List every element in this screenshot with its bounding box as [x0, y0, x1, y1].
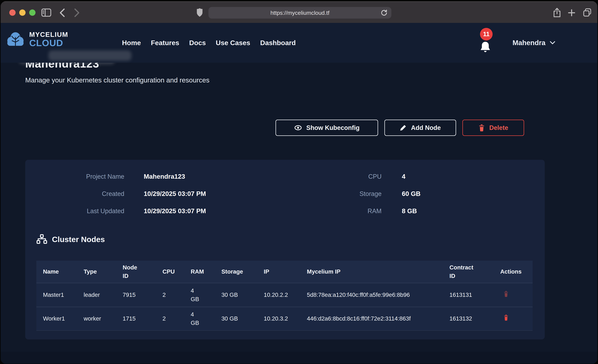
user-menu[interactable]: Mahendra: [513, 23, 555, 63]
info-row: CPU 4: [25, 173, 545, 180]
new-tab-icon[interactable]: [568, 9, 576, 17]
cell-type: worker: [77, 312, 116, 325]
cell-cpu: 2: [156, 312, 184, 325]
cell-storage: 30 GB: [215, 288, 257, 302]
col-header-name: Name: [36, 265, 77, 279]
cell-node-id: 1715: [116, 312, 156, 325]
cell-actions: [494, 288, 533, 302]
cell-actions: [494, 312, 533, 326]
table-header-row: Name Type Node ID CPU RAM Storage IP Myc…: [36, 261, 533, 283]
cell-name: Worker1: [36, 312, 77, 325]
sidebar-toggle-icon[interactable]: [41, 8, 51, 17]
col-header-type: Type: [77, 265, 116, 279]
cluster-details-card: Project Name Mahendra123 Created 10/29/2…: [25, 160, 545, 339]
shield-icon: [196, 8, 203, 17]
cell-cpu: 2: [156, 288, 184, 302]
tab-overview-icon[interactable]: [582, 8, 592, 17]
cell-ram: 4 GB: [184, 308, 215, 330]
info-value: 8 GB: [402, 207, 417, 215]
browser-window: https://myceliumcloud.tf Mahendra123 Man…: [1, 1, 597, 364]
info-row: RAM 8 GB: [25, 207, 545, 215]
url-text: https://myceliumcloud.tf: [270, 10, 329, 16]
cell-contract-id: 1613132: [443, 312, 494, 325]
brand-logo-text: MYCELIUM CLOUD: [29, 31, 68, 48]
page-footer-band: [1, 352, 597, 364]
pencil-icon: [400, 124, 407, 131]
col-header-actions: Actions: [494, 265, 533, 279]
cell-mycelium-ip: 5d8:78ea:a120:f40c:ff0f:a5fe:99e6:8b96: [300, 288, 443, 302]
col-header-mycelium-ip: Mycelium IP: [300, 265, 443, 279]
network-icon: [36, 234, 47, 245]
screenshot-stage: https://myceliumcloud.tf Mahendra123 Man…: [0, 0, 598, 364]
zoom-window-button[interactable]: [29, 9, 35, 16]
table-row: Worker1 worker 1715 2 4 GB 30 GB 10.20.3…: [36, 307, 533, 331]
refresh-icon[interactable]: [380, 9, 388, 17]
trash-icon: [503, 314, 509, 321]
cell-contract-id: 1613131: [443, 288, 494, 302]
brand-name-bottom: CLOUD: [29, 38, 68, 48]
cluster-actions-toolbar: Show Kubeconfig Add Node Delete: [275, 120, 524, 136]
cell-ram: 4 GB: [184, 284, 215, 306]
cell-ip: 10.20.2.2: [257, 288, 300, 302]
cell-ip: 10.20.3.2: [257, 312, 300, 325]
cell-type: leader: [77, 288, 116, 302]
traffic-lights: [9, 9, 35, 16]
col-header-ip: IP: [257, 265, 300, 279]
cloud-logo-icon: [5, 31, 25, 48]
info-value: 60 GB: [402, 190, 421, 198]
delete-label: Delete: [489, 124, 508, 131]
cell-storage: 30 GB: [215, 312, 257, 325]
info-label: Storage: [25, 190, 382, 198]
bell-icon: [479, 41, 491, 54]
info-label: RAM: [25, 207, 382, 215]
cell-name: Master1: [36, 288, 77, 302]
main-nav: Home Features Docs Use Cases Dashboard: [122, 23, 296, 63]
minimize-window-button[interactable]: [19, 9, 25, 16]
col-header-ram: RAM: [184, 265, 215, 279]
address-bar[interactable]: https://myceliumcloud.tf: [208, 7, 391, 19]
info-row: Storage 60 GB: [25, 190, 545, 198]
notification-count-badge: 11: [480, 28, 493, 41]
close-window-button[interactable]: [9, 9, 16, 16]
brand-logo[interactable]: MYCELIUM CLOUD: [5, 31, 68, 48]
table-row: Master1 leader 7915 2 4 GB 30 GB 10.20.2…: [36, 283, 533, 307]
chevron-down-icon: [550, 41, 555, 45]
col-header-node-id: Node ID: [116, 261, 156, 283]
info-label: CPU: [25, 173, 382, 180]
brand-name-top: MYCELIUM: [29, 31, 68, 38]
nav-item-features[interactable]: Features: [151, 39, 179, 47]
col-header-contract-id: Contract ID: [443, 261, 494, 283]
add-node-label: Add Node: [411, 124, 441, 131]
browser-toolbar: https://myceliumcloud.tf: [1, 1, 597, 23]
delete-cluster-button[interactable]: Delete: [462, 120, 524, 136]
info-value: 4: [402, 173, 406, 180]
delete-node-button[interactable]: [503, 290, 509, 297]
delete-node-button[interactable]: [503, 314, 509, 321]
col-header-storage: Storage: [215, 265, 257, 279]
nav-item-dashboard[interactable]: Dashboard: [260, 39, 296, 47]
cluster-nodes-title: Cluster Nodes: [52, 235, 105, 244]
user-name: Mahendra: [513, 39, 545, 47]
trash-icon: [478, 124, 485, 131]
cluster-nodes-table: Name Type Node ID CPU RAM Storage IP Myc…: [36, 261, 533, 331]
show-kubeconfig-button[interactable]: Show Kubeconfig: [275, 120, 378, 136]
nav-item-docs[interactable]: Docs: [189, 39, 206, 47]
add-node-button[interactable]: Add Node: [384, 120, 456, 136]
col-header-cpu: CPU: [156, 265, 184, 279]
blur-smudge: [49, 50, 132, 61]
forward-icon[interactable]: [74, 8, 80, 17]
back-icon[interactable]: [59, 8, 65, 17]
page-subtitle: Manage your Kubernetes cluster configura…: [25, 76, 209, 84]
cluster-nodes-heading: Cluster Nodes: [36, 234, 105, 245]
nav-item-home[interactable]: Home: [122, 39, 141, 47]
eye-icon: [294, 124, 302, 132]
share-icon[interactable]: [553, 8, 561, 18]
show-kubeconfig-label: Show Kubeconfig: [306, 124, 360, 131]
cell-mycelium-ip: 446:d2a6:8bcd:8c16:ff0f:72e2:3114:863f: [300, 312, 443, 325]
nav-item-use-cases[interactable]: Use Cases: [216, 39, 250, 47]
trash-icon: [503, 290, 509, 297]
notifications-button[interactable]: 11: [479, 41, 491, 54]
cluster-info-right: CPU 4 Storage 60 GB RAM 8 GB: [25, 173, 545, 224]
cell-node-id: 7915: [116, 288, 156, 302]
